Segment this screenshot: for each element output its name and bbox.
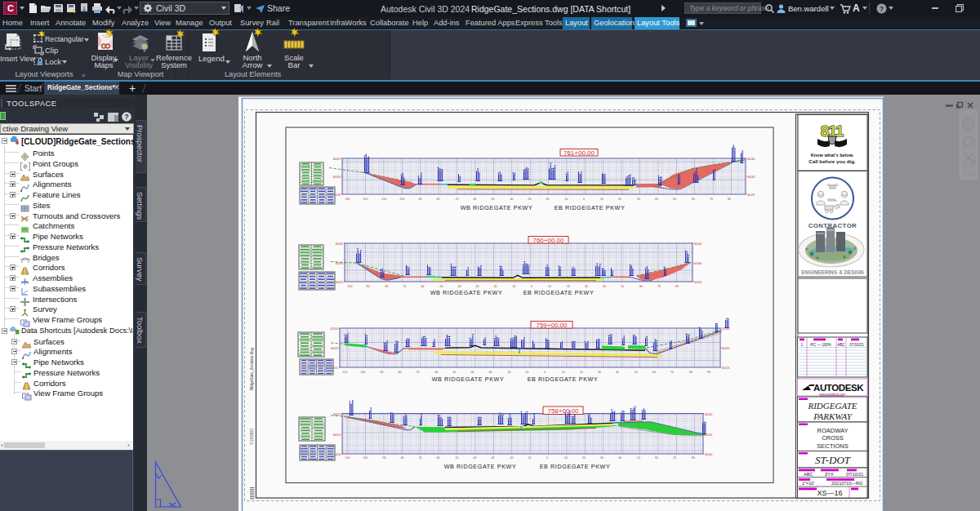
- svg-text:6040: 6040: [747, 157, 755, 161]
- svg-text:ABC: ABC: [837, 343, 845, 347]
- svg-text:6150: 6150: [331, 327, 339, 331]
- svg-text:-10: -10: [527, 456, 531, 460]
- svg-text:60: 60: [653, 371, 656, 374]
- svg-text:20: 20: [580, 371, 583, 374]
- svg-text:60: 60: [639, 285, 643, 288]
- svg-text:-130: -130: [344, 198, 350, 201]
- svg-text:-90: -90: [379, 371, 383, 374]
- svg-text:70: 70: [670, 371, 674, 374]
- svg-text:07/10/21: 07/10/21: [846, 472, 863, 477]
- svg-text:Know what's below.: Know what's below.: [811, 153, 854, 158]
- svg-text:-10: -10: [524, 371, 528, 374]
- svg-text:-60: -60: [434, 371, 438, 374]
- svg-text:-90: -90: [381, 456, 385, 460]
- svg-text:10: 10: [548, 285, 551, 288]
- svg-text:RIDGEGATE: RIDGEGATE: [807, 401, 857, 411]
- svg-text:IFC — 100%: IFC — 100%: [810, 343, 831, 347]
- svg-text:20: 20: [618, 198, 621, 201]
- svg-text:-50: -50: [439, 285, 443, 288]
- svg-text:-100: -100: [399, 198, 404, 201]
- svg-text:90: 90: [707, 371, 710, 374]
- svg-text:-30: -30: [527, 198, 531, 201]
- svg-text:SECTIONS: SECTIONS: [817, 442, 848, 450]
- svg-text:70: 70: [673, 456, 676, 460]
- svg-text:07/10/21: 07/10/21: [849, 343, 864, 347]
- svg-text:ROADWAY: ROADWAY: [817, 427, 849, 434]
- svg-text:-110: -110: [381, 198, 387, 201]
- svg-text:-60: -60: [472, 198, 476, 201]
- svg-text:WB RIDGEGATE PKWY: WB RIDGEGATE PKWY: [432, 375, 505, 383]
- svg-text:ENGINEERING & DESIGN: ENGINEERING & DESIGN: [801, 269, 864, 275]
- svg-text:-120: -120: [362, 198, 368, 201]
- svg-text:-90: -90: [417, 198, 421, 201]
- svg-text:20210710—RG: 20210710—RG: [831, 481, 862, 486]
- svg-text:WB RIDGEGATE PKWY: WB RIDGEGATE PKWY: [444, 463, 517, 470]
- svg-text:-20: -20: [545, 198, 549, 201]
- svg-text:?: ?: [124, 113, 129, 121]
- svg-text:EB RIDGEGATE PKWY: EB RIDGEGATE PKWY: [523, 289, 595, 296]
- svg-text:40: 40: [616, 371, 619, 374]
- svg-text:20: 20: [582, 456, 586, 460]
- svg-text:50: 50: [673, 198, 676, 201]
- svg-text:ST-DOT: ST-DOT: [815, 454, 851, 466]
- svg-text:-50: -50: [452, 371, 456, 374]
- svg-text:-70: -70: [415, 371, 419, 374]
- svg-text:-70: -70: [417, 456, 421, 460]
- svg-text:-50: -50: [454, 456, 458, 460]
- svg-text:-100: -100: [362, 456, 368, 460]
- svg-text:-10: -10: [564, 198, 568, 201]
- svg-text:6040: 6040: [336, 242, 344, 246]
- svg-text:758+00.00: 758+00.00: [547, 407, 579, 415]
- svg-text:6015: 6015: [333, 433, 341, 437]
- svg-text:WB RIDGEGATE PKWY: WB RIDGEGATE PKWY: [430, 289, 503, 296]
- svg-text:6020: 6020: [333, 412, 341, 416]
- svg-text:6020: 6020: [331, 346, 339, 350]
- svg-text:80: 80: [728, 198, 731, 201]
- svg-text:AUTODESK: AUTODESK: [813, 383, 864, 393]
- svg-text:6030: 6030: [747, 175, 755, 179]
- svg-text:-90: -90: [365, 285, 369, 288]
- svg-text:60: 60: [655, 456, 658, 460]
- svg-text:WB RIDGEGATE PKWY: WB RIDGEGATE PKWY: [461, 204, 533, 211]
- svg-text:EB RIDGEGATE PKWY: EB RIDGEGATE PKWY: [540, 463, 611, 470]
- svg-text:?: ?: [880, 5, 884, 13]
- svg-text:10: 10: [600, 198, 604, 201]
- svg-text:6020: 6020: [705, 412, 713, 416]
- svg-text:-20: -20: [492, 285, 497, 288]
- svg-text:30: 30: [598, 371, 601, 374]
- svg-text:6025: 6025: [747, 193, 755, 197]
- svg-text:50: 50: [635, 371, 638, 374]
- svg-text:-110: -110: [345, 456, 350, 460]
- svg-text:6030: 6030: [694, 261, 702, 265]
- svg-text:RidgeGate_Sections.dwg: RidgeGate_Sections.dwg: [250, 348, 254, 390]
- svg-text:20: 20: [567, 285, 570, 288]
- svg-text:761+00.00: 761+00.00: [564, 149, 595, 157]
- svg-text:10: 10: [562, 371, 565, 374]
- svg-text:-20: -20: [506, 371, 510, 374]
- svg-text:10: 10: [564, 456, 568, 460]
- svg-text:759+00.00: 759+00.00: [536, 322, 568, 329]
- svg-text:6020: 6020: [336, 280, 344, 284]
- svg-text:0: 0: [546, 456, 548, 460]
- svg-text:30: 30: [637, 198, 640, 201]
- svg-text:-80: -80: [435, 198, 439, 201]
- svg-text:-10: -10: [511, 285, 515, 288]
- svg-text:-50: -50: [490, 198, 494, 201]
- svg-text:Call before you dig.: Call before you dig.: [808, 158, 856, 164]
- svg-text:6030: 6030: [333, 175, 341, 179]
- svg-text:50: 50: [621, 285, 624, 288]
- svg-text:-40: -40: [509, 198, 513, 201]
- svg-text:40: 40: [618, 456, 621, 460]
- svg-text:80: 80: [692, 456, 695, 460]
- svg-text:0: 0: [531, 285, 532, 288]
- svg-text:-70: -70: [454, 198, 458, 201]
- svg-text:6015: 6015: [722, 366, 730, 370]
- svg-text:80: 80: [675, 285, 679, 288]
- svg-text:ZYX: ZYX: [825, 472, 834, 477]
- svg-text:40: 40: [603, 285, 606, 288]
- svg-text:-40: -40: [470, 371, 474, 374]
- svg-text:6020: 6020: [722, 346, 730, 350]
- svg-text:-40: -40: [472, 456, 476, 460]
- svg-text:6020: 6020: [694, 280, 702, 284]
- svg-text:7/10/2021: 7/10/2021: [250, 428, 254, 445]
